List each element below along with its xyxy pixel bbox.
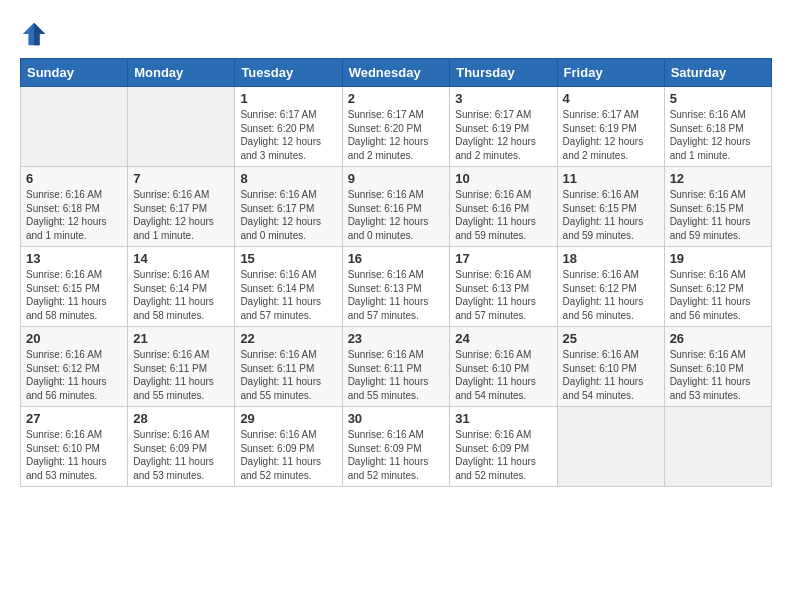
day-number: 1 bbox=[240, 91, 336, 106]
logo bbox=[20, 20, 52, 48]
cell-info: Sunrise: 6:16 AM Sunset: 6:16 PM Dayligh… bbox=[455, 188, 551, 242]
column-header-saturday: Saturday bbox=[664, 59, 771, 87]
calendar-cell: 24Sunrise: 6:16 AM Sunset: 6:10 PM Dayli… bbox=[450, 327, 557, 407]
day-number: 31 bbox=[455, 411, 551, 426]
cell-info: Sunrise: 6:16 AM Sunset: 6:10 PM Dayligh… bbox=[455, 348, 551, 402]
day-number: 22 bbox=[240, 331, 336, 346]
calendar-cell bbox=[557, 407, 664, 487]
header-row: SundayMondayTuesdayWednesdayThursdayFrid… bbox=[21, 59, 772, 87]
day-number: 26 bbox=[670, 331, 766, 346]
cell-info: Sunrise: 6:16 AM Sunset: 6:15 PM Dayligh… bbox=[26, 268, 122, 322]
calendar-cell bbox=[128, 87, 235, 167]
calendar-cell: 12Sunrise: 6:16 AM Sunset: 6:15 PM Dayli… bbox=[664, 167, 771, 247]
calendar-cell: 10Sunrise: 6:16 AM Sunset: 6:16 PM Dayli… bbox=[450, 167, 557, 247]
cell-info: Sunrise: 6:16 AM Sunset: 6:10 PM Dayligh… bbox=[26, 428, 122, 482]
day-number: 20 bbox=[26, 331, 122, 346]
cell-info: Sunrise: 6:16 AM Sunset: 6:17 PM Dayligh… bbox=[133, 188, 229, 242]
svg-marker-1 bbox=[34, 23, 45, 45]
cell-info: Sunrise: 6:17 AM Sunset: 6:20 PM Dayligh… bbox=[348, 108, 445, 162]
calendar-cell: 18Sunrise: 6:16 AM Sunset: 6:12 PM Dayli… bbox=[557, 247, 664, 327]
day-number: 27 bbox=[26, 411, 122, 426]
day-number: 4 bbox=[563, 91, 659, 106]
column-header-tuesday: Tuesday bbox=[235, 59, 342, 87]
day-number: 18 bbox=[563, 251, 659, 266]
calendar-cell: 28Sunrise: 6:16 AM Sunset: 6:09 PM Dayli… bbox=[128, 407, 235, 487]
calendar-cell: 26Sunrise: 6:16 AM Sunset: 6:10 PM Dayli… bbox=[664, 327, 771, 407]
cell-info: Sunrise: 6:16 AM Sunset: 6:11 PM Dayligh… bbox=[133, 348, 229, 402]
cell-info: Sunrise: 6:16 AM Sunset: 6:09 PM Dayligh… bbox=[348, 428, 445, 482]
calendar-cell: 31Sunrise: 6:16 AM Sunset: 6:09 PM Dayli… bbox=[450, 407, 557, 487]
column-header-thursday: Thursday bbox=[450, 59, 557, 87]
day-number: 9 bbox=[348, 171, 445, 186]
cell-info: Sunrise: 6:16 AM Sunset: 6:13 PM Dayligh… bbox=[455, 268, 551, 322]
week-row-2: 6Sunrise: 6:16 AM Sunset: 6:18 PM Daylig… bbox=[21, 167, 772, 247]
cell-info: Sunrise: 6:16 AM Sunset: 6:09 PM Dayligh… bbox=[133, 428, 229, 482]
week-row-4: 20Sunrise: 6:16 AM Sunset: 6:12 PM Dayli… bbox=[21, 327, 772, 407]
cell-info: Sunrise: 6:16 AM Sunset: 6:10 PM Dayligh… bbox=[563, 348, 659, 402]
cell-info: Sunrise: 6:16 AM Sunset: 6:18 PM Dayligh… bbox=[670, 108, 766, 162]
day-number: 6 bbox=[26, 171, 122, 186]
day-number: 3 bbox=[455, 91, 551, 106]
column-header-friday: Friday bbox=[557, 59, 664, 87]
column-header-monday: Monday bbox=[128, 59, 235, 87]
calendar-cell: 25Sunrise: 6:16 AM Sunset: 6:10 PM Dayli… bbox=[557, 327, 664, 407]
calendar-cell: 4Sunrise: 6:17 AM Sunset: 6:19 PM Daylig… bbox=[557, 87, 664, 167]
cell-info: Sunrise: 6:16 AM Sunset: 6:11 PM Dayligh… bbox=[240, 348, 336, 402]
week-row-3: 13Sunrise: 6:16 AM Sunset: 6:15 PM Dayli… bbox=[21, 247, 772, 327]
day-number: 12 bbox=[670, 171, 766, 186]
calendar-cell: 2Sunrise: 6:17 AM Sunset: 6:20 PM Daylig… bbox=[342, 87, 450, 167]
calendar-cell: 21Sunrise: 6:16 AM Sunset: 6:11 PM Dayli… bbox=[128, 327, 235, 407]
cell-info: Sunrise: 6:17 AM Sunset: 6:20 PM Dayligh… bbox=[240, 108, 336, 162]
cell-info: Sunrise: 6:16 AM Sunset: 6:10 PM Dayligh… bbox=[670, 348, 766, 402]
day-number: 17 bbox=[455, 251, 551, 266]
day-number: 13 bbox=[26, 251, 122, 266]
cell-info: Sunrise: 6:17 AM Sunset: 6:19 PM Dayligh… bbox=[563, 108, 659, 162]
cell-info: Sunrise: 6:16 AM Sunset: 6:15 PM Dayligh… bbox=[563, 188, 659, 242]
day-number: 15 bbox=[240, 251, 336, 266]
day-number: 24 bbox=[455, 331, 551, 346]
calendar-cell: 17Sunrise: 6:16 AM Sunset: 6:13 PM Dayli… bbox=[450, 247, 557, 327]
calendar-cell: 7Sunrise: 6:16 AM Sunset: 6:17 PM Daylig… bbox=[128, 167, 235, 247]
day-number: 23 bbox=[348, 331, 445, 346]
cell-info: Sunrise: 6:17 AM Sunset: 6:19 PM Dayligh… bbox=[455, 108, 551, 162]
day-number: 29 bbox=[240, 411, 336, 426]
week-row-1: 1Sunrise: 6:17 AM Sunset: 6:20 PM Daylig… bbox=[21, 87, 772, 167]
column-header-sunday: Sunday bbox=[21, 59, 128, 87]
cell-info: Sunrise: 6:16 AM Sunset: 6:09 PM Dayligh… bbox=[240, 428, 336, 482]
calendar-cell: 15Sunrise: 6:16 AM Sunset: 6:14 PM Dayli… bbox=[235, 247, 342, 327]
day-number: 8 bbox=[240, 171, 336, 186]
cell-info: Sunrise: 6:16 AM Sunset: 6:17 PM Dayligh… bbox=[240, 188, 336, 242]
logo-icon bbox=[20, 20, 48, 48]
cell-info: Sunrise: 6:16 AM Sunset: 6:15 PM Dayligh… bbox=[670, 188, 766, 242]
cell-info: Sunrise: 6:16 AM Sunset: 6:18 PM Dayligh… bbox=[26, 188, 122, 242]
day-number: 16 bbox=[348, 251, 445, 266]
calendar-cell: 30Sunrise: 6:16 AM Sunset: 6:09 PM Dayli… bbox=[342, 407, 450, 487]
calendar-cell: 13Sunrise: 6:16 AM Sunset: 6:15 PM Dayli… bbox=[21, 247, 128, 327]
calendar-cell: 9Sunrise: 6:16 AM Sunset: 6:16 PM Daylig… bbox=[342, 167, 450, 247]
calendar-header: SundayMondayTuesdayWednesdayThursdayFrid… bbox=[21, 59, 772, 87]
calendar-cell: 29Sunrise: 6:16 AM Sunset: 6:09 PM Dayli… bbox=[235, 407, 342, 487]
calendar-cell: 16Sunrise: 6:16 AM Sunset: 6:13 PM Dayli… bbox=[342, 247, 450, 327]
cell-info: Sunrise: 6:16 AM Sunset: 6:12 PM Dayligh… bbox=[563, 268, 659, 322]
calendar-cell bbox=[21, 87, 128, 167]
calendar-cell: 20Sunrise: 6:16 AM Sunset: 6:12 PM Dayli… bbox=[21, 327, 128, 407]
cell-info: Sunrise: 6:16 AM Sunset: 6:13 PM Dayligh… bbox=[348, 268, 445, 322]
calendar-cell: 3Sunrise: 6:17 AM Sunset: 6:19 PM Daylig… bbox=[450, 87, 557, 167]
cell-info: Sunrise: 6:16 AM Sunset: 6:12 PM Dayligh… bbox=[26, 348, 122, 402]
cell-info: Sunrise: 6:16 AM Sunset: 6:09 PM Dayligh… bbox=[455, 428, 551, 482]
day-number: 11 bbox=[563, 171, 659, 186]
calendar-cell: 8Sunrise: 6:16 AM Sunset: 6:17 PM Daylig… bbox=[235, 167, 342, 247]
day-number: 2 bbox=[348, 91, 445, 106]
cell-info: Sunrise: 6:16 AM Sunset: 6:16 PM Dayligh… bbox=[348, 188, 445, 242]
calendar-cell: 22Sunrise: 6:16 AM Sunset: 6:11 PM Dayli… bbox=[235, 327, 342, 407]
day-number: 30 bbox=[348, 411, 445, 426]
week-row-5: 27Sunrise: 6:16 AM Sunset: 6:10 PM Dayli… bbox=[21, 407, 772, 487]
day-number: 7 bbox=[133, 171, 229, 186]
cell-info: Sunrise: 6:16 AM Sunset: 6:14 PM Dayligh… bbox=[133, 268, 229, 322]
day-number: 5 bbox=[670, 91, 766, 106]
cell-info: Sunrise: 6:16 AM Sunset: 6:11 PM Dayligh… bbox=[348, 348, 445, 402]
calendar-cell: 5Sunrise: 6:16 AM Sunset: 6:18 PM Daylig… bbox=[664, 87, 771, 167]
calendar-cell: 14Sunrise: 6:16 AM Sunset: 6:14 PM Dayli… bbox=[128, 247, 235, 327]
calendar-cell: 6Sunrise: 6:16 AM Sunset: 6:18 PM Daylig… bbox=[21, 167, 128, 247]
calendar-body: 1Sunrise: 6:17 AM Sunset: 6:20 PM Daylig… bbox=[21, 87, 772, 487]
